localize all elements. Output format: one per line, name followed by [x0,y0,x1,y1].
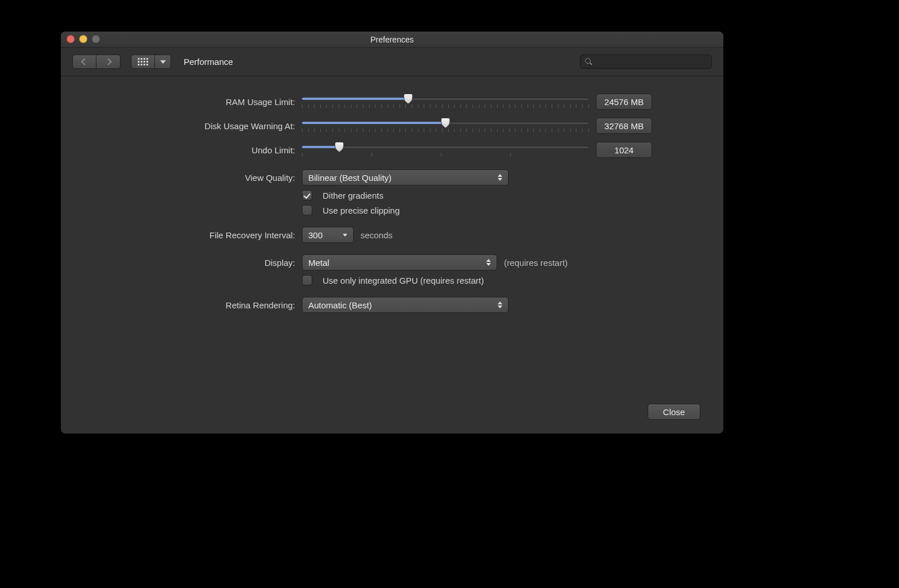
zoom-window-button[interactable] [92,35,100,43]
disk-usage-warning-label: Disk Usage Warning At: [84,121,302,131]
display-value: Metal [308,258,330,268]
view-quality-value: Bilinear (Best Quality) [308,173,392,183]
preferences-window: Preferences Performance RAM Us [61,32,723,434]
dither-gradients-checkbox[interactable] [302,190,312,200]
slider-ticks [302,153,589,157]
file-recovery-interval-value: 300 [308,230,323,240]
use-integrated-gpu-label: Use only integrated GPU (requires restar… [323,276,484,285]
chevron-right-icon [104,58,112,65]
undo-limit-label: Undo Limit: [84,145,302,155]
disk-usage-warning-slider[interactable] [302,118,589,127]
ram-usage-limit-value[interactable]: 24576 MB [596,94,652,110]
show-all-group [131,55,171,69]
retina-rendering-select[interactable]: Automatic (Best) [302,297,509,313]
forward-button[interactable] [96,55,121,69]
stepper-icon [498,300,505,310]
close-button-label: Close [663,407,685,417]
display-label: Display: [84,258,302,268]
file-recovery-interval-select[interactable]: 300 [302,227,354,243]
search-input[interactable] [596,57,707,67]
retina-rendering-value: Automatic (Best) [308,300,372,310]
chevron-left-icon [81,58,88,65]
triangle-down-icon [160,60,166,64]
window-title: Preferences [370,35,413,44]
use-precise-clipping-checkbox[interactable] [302,205,312,215]
slider-ticks [302,105,589,109]
dither-gradients-label: Dither gradients [323,191,383,200]
use-integrated-gpu-checkbox[interactable] [302,275,312,285]
display-select[interactable]: Metal [302,254,497,270]
retina-rendering-label: Retina Rendering: [84,300,302,310]
minimize-window-button[interactable] [79,35,87,43]
section-title: Performance [184,57,233,67]
window-controls [67,35,100,43]
triangle-down-icon [343,230,350,240]
search-icon [585,58,592,65]
content: RAM Usage Limit: 24576 MB Disk Usage War… [61,76,723,434]
grid-icon [138,58,148,65]
ram-usage-limit-slider[interactable] [302,94,589,103]
stepper-icon [486,257,493,268]
view-quality-select[interactable]: Bilinear (Best Quality) [302,169,509,185]
show-all-button[interactable] [131,55,155,69]
toolbar: Performance [61,48,723,76]
close-window-button[interactable] [67,35,75,43]
undo-limit-value[interactable]: 1024 [596,142,652,158]
file-recovery-interval-label: File Recovery Interval: [84,230,302,240]
back-button[interactable] [72,55,96,69]
disk-usage-warning-value[interactable]: 32768 MB [596,118,652,134]
titlebar: Preferences [61,32,723,48]
view-quality-label: View Quality: [84,173,302,183]
file-recovery-unit: seconds [361,230,393,240]
show-all-menu[interactable] [155,55,171,69]
use-precise-clipping-label: Use precise clipping [323,206,400,215]
slider-ticks [302,129,589,133]
stepper-icon [498,172,505,183]
search-field[interactable] [580,55,712,69]
undo-limit-slider[interactable] [302,142,589,152]
display-hint: (requires restart) [504,258,568,268]
nav-back-forward [72,55,121,69]
ram-usage-limit-label: RAM Usage Limit: [84,97,302,107]
close-button[interactable]: Close [648,404,700,420]
